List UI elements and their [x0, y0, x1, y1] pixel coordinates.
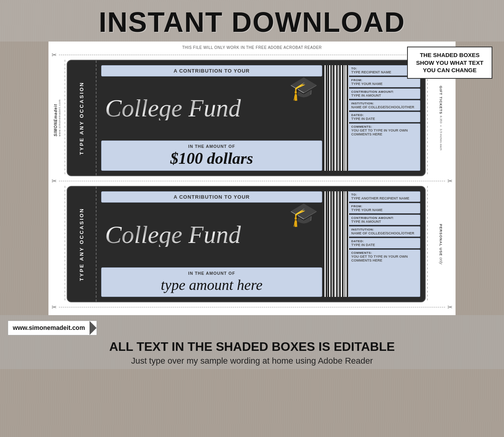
- ticket1-institution: INSTITUTION: NAME OF COLLEGE/SCHOOL/OTHE…: [349, 100, 420, 111]
- ticket2-contribution-label: CONTRIBUTION AMOUNT:: [351, 216, 418, 220]
- ticket2-stub-label: TYPE ANY OCCASION: [79, 208, 85, 281]
- ticket2-side-right: PERSONAL USE only: [429, 224, 452, 265]
- ticket2-comments-label: COMMENTS:: [351, 251, 418, 255]
- ticket2-comments: COMMENTS: YOU GET TO TYPE IN YOUR OWN CO…: [349, 250, 420, 297]
- page-wrapper: INSTANT DOWNLOAD THE SHADED BOXES SHOW Y…: [0, 0, 504, 437]
- ticket2-to: TO: TYPE ANOTHER RECIPIENT NAME: [349, 191, 420, 202]
- scissor-icon-mr: ✂: [447, 177, 452, 185]
- footer: www.simonemadeit.com ALL TEXT IN THE SHA…: [0, 315, 504, 369]
- ticket2-amount-area: IN THE AMOUNT OF type amount here: [101, 267, 322, 297]
- ticket1-amount-value: $100 dollars: [106, 149, 317, 167]
- annotation-text: THE SHADED BOXES SHOW YOU WHAT TEXT YOU …: [413, 51, 486, 74]
- v-cut-right2: [427, 186, 428, 302]
- ticket2-right: TO: TYPE ANOTHER RECIPIENT NAME FROM: TY…: [327, 191, 420, 297]
- ticket1-content: A CONTRIBUTION TO YOUR 🎓 College Fund IN…: [101, 65, 322, 171]
- ticket1: TYPE ANY OCCASION A CONTRIBUTION TO YOUR…: [67, 60, 426, 176]
- ticket1-from-label: FROM:: [351, 78, 418, 82]
- header-title: INSTANT DOWNLOAD: [0, 7, 504, 38]
- header: INSTANT DOWNLOAD: [0, 0, 504, 42]
- ticket2-left-label: [55, 243, 59, 245]
- ticket1-contribution-value: TYPE IN AMOUNT: [351, 94, 418, 97]
- ticket1-dated: DATED: TYPE IN DATE: [349, 112, 420, 122]
- cut-dashed-bottom: [59, 307, 445, 307]
- ticket2-left-space: [52, 242, 63, 246]
- brand-name: SIMONEmadeit www.simonemadeit.com: [54, 99, 62, 136]
- scissor-icon-ml: ✂: [52, 177, 57, 185]
- annotation-box: THE SHADED BOXES SHOW YOU WHAT TEXT YOU …: [407, 47, 492, 79]
- ticket2-side-right-sub: only: [439, 257, 443, 264]
- ticket1-from-value: TYPE YOUR NAME: [351, 82, 418, 86]
- ticket2-row: TYPE ANY OCCASION A CONTRIBUTION TO YOUR…: [48, 186, 456, 302]
- barcode-bars-1: [324, 65, 349, 171]
- ticket2: TYPE ANY OCCASION A CONTRIBUTION TO YOUR…: [67, 186, 426, 302]
- ticket1-barcode: [327, 65, 346, 171]
- ticket2-from-label: FROM:: [351, 205, 418, 208]
- ticket2-dated: DATED: TYPE IN DATE: [349, 238, 420, 248]
- file-note: THIS FILE WILL ONLY WORK IN THE FREE ADO…: [48, 45, 456, 50]
- ticket1-comments-value: YOU GET TO TYPE IN YOUR OWN COMMENTS HER…: [351, 128, 418, 136]
- ticket1-comments: COMMENTS: YOU GET TO TYPE IN YOUR OWN CO…: [349, 123, 420, 171]
- graduation-cap-1: 🎓: [289, 77, 318, 100]
- ticket2-stub: TYPE ANY OCCASION: [67, 187, 97, 302]
- ticket1-contribution-label: CONTRIBUTION AMOUNT:: [351, 90, 418, 94]
- v-cut-left: [65, 60, 65, 176]
- ticket2-contribution: CONTRIBUTION AMOUNT: TYPE IN AMOUNT: [349, 215, 420, 225]
- ticket1-amount-area: IN THE AMOUNT OF $100 dollars: [101, 140, 322, 171]
- ticket2-info: TO: TYPE ANOTHER RECIPIENT NAME FROM: TY…: [349, 191, 420, 297]
- ticket2-to-value: TYPE ANOTHER RECIPIENT NAME: [351, 196, 418, 200]
- ticket2-college-fund-text: College Fund: [105, 223, 241, 247]
- ticket2-dated-label: DATED:: [351, 239, 418, 243]
- ticket1-college-fund-text: College Fund: [105, 97, 241, 120]
- ticket1-row: SIMONEmadeit www.simonemadeit.com TYPE A…: [48, 60, 456, 176]
- scissor-icon-bl: ✂: [52, 303, 57, 311]
- barcode-bars-2: [324, 191, 349, 297]
- ticket1-stub: TYPE ANY OCCASION: [67, 61, 97, 175]
- ticket2-college-fund-area: 🎓 College Fund: [101, 205, 322, 265]
- ticket1-dated-value: TYPE IN DATE: [351, 117, 418, 121]
- ticket1-comments-label: COMMENTS:: [351, 125, 418, 128]
- ticket1-right: TO: TYPE RECIPIENT NAME FROM: TYPE YOUR …: [327, 65, 420, 171]
- ticket1-college-fund-area: 🎓 College Fund: [101, 79, 322, 138]
- cut-line-top: ✂ ✂: [48, 51, 456, 59]
- v-cut-left2: [65, 186, 65, 302]
- cut-line-bottom: ✂ ✂: [48, 303, 456, 311]
- cut-line-middle: ✂ ✂: [48, 177, 456, 185]
- ticket1-info: TO: TYPE RECIPIENT NAME FROM: TYPE YOUR …: [349, 65, 420, 171]
- ticket1-dated-label: DATED:: [351, 113, 418, 117]
- ticket2-contribution-value: TYPE IN AMOUNT: [351, 220, 418, 224]
- footer-main-text: ALL TEXT IN THE SHADED BOXES IS EDITABLE: [8, 339, 496, 354]
- ticket2-content: A CONTRIBUTION TO YOUR 🎓 College Fund IN…: [101, 191, 322, 297]
- ticket1-side-right-sub: 8.353 × 3.5 inches each: [439, 116, 443, 151]
- ticket2-institution-label: INSTITUTION:: [351, 228, 418, 231]
- ticket2-barcode: [327, 191, 346, 297]
- footer-arrow-icon: [90, 321, 97, 335]
- scissor-icon-br: ✂: [447, 303, 452, 311]
- ticket2-side-right-text: PERSONAL USE: [439, 224, 443, 256]
- cut-dashed-top: [59, 55, 445, 55]
- ticket2-comments-value: YOU GET TO TYPE IN YOUR OWN COMMENTS HER…: [351, 255, 418, 262]
- brand-label-left: SIMONEmadeit www.simonemadeit.com: [52, 98, 63, 138]
- ticket1-institution-value: NAME OF COLLEGE/SCHOOL/OTHER: [351, 105, 418, 109]
- ticket2-from-value: TYPE YOUR NAME: [351, 208, 418, 212]
- ticket1-stub-label: TYPE ANY OCCASION: [79, 82, 85, 155]
- ticket2-institution: INSTITUTION: NAME OF COLLEGE/SCHOOL/OTHE…: [349, 226, 420, 237]
- ticket2-body: A CONTRIBUTION TO YOUR 🎓 College Fund IN…: [97, 187, 425, 302]
- ticket2-to-label: TO:: [351, 193, 418, 196]
- ticket1-body: A CONTRIBUTION TO YOUR 🎓 College Fund IN…: [97, 61, 425, 175]
- footer-website-text: www.simonemadeit.com: [8, 323, 90, 333]
- ticket2-amount-label: IN THE AMOUNT OF: [106, 271, 317, 276]
- graduation-cap-2: 🎓: [289, 203, 318, 226]
- cut-dashed-mid: [59, 181, 445, 181]
- ticket1-institution-label: INSTITUTION:: [351, 102, 418, 105]
- ticket1-side-right: GIFT TICKETS 8.353 × 3.5 inches each: [429, 86, 452, 151]
- ticket1-top-bar: A CONTRIBUTION TO YOUR: [101, 65, 322, 76]
- ticket2-amount-value[interactable]: type amount here: [106, 276, 317, 293]
- sheet-area: THIS FILE WILL ONLY WORK IN THE FREE ADO…: [48, 42, 456, 315]
- ticket2-dated-value: TYPE IN DATE: [351, 243, 418, 247]
- ticket1-contribution: CONTRIBUTION AMOUNT: TYPE IN AMOUNT: [349, 88, 420, 99]
- ticket2-from: FROM: TYPE YOUR NAME: [349, 203, 420, 213]
- ticket1-amount-label: IN THE AMOUNT OF: [106, 144, 317, 149]
- ticket2-institution-value: NAME OF COLLEGE/SCHOOL/OTHER: [351, 231, 418, 235]
- footer-sub-text: Just type over my sample wording at home…: [8, 356, 496, 366]
- ticket2-top-bar: A CONTRIBUTION TO YOUR: [101, 191, 322, 203]
